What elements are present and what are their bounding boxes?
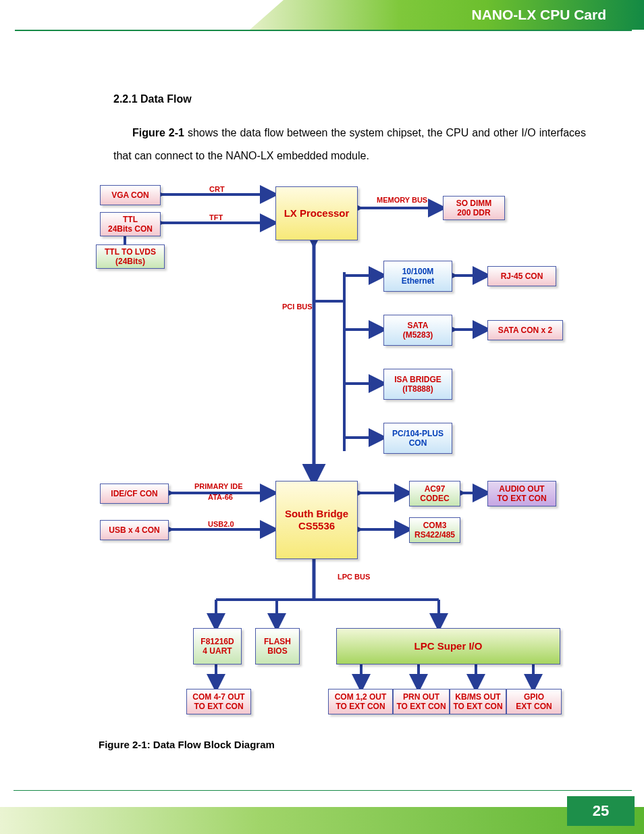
page: NANO-LX CPU Card 2.2.1 Data Flow Figure … (0, 0, 644, 834)
body-text: 2.2.1 Data Flow Figure 2-1 shows the dat… (113, 93, 586, 167)
label-primary-ide: PRIMARY IDE (194, 482, 243, 490)
label-ata66: ATA-66 (208, 493, 233, 501)
label-pci-bus: PCI BUS (282, 303, 313, 311)
block-rj45-con: RJ-45 CON (487, 266, 556, 286)
page-header: NANO-LX CPU Card (0, 0, 644, 30)
label-usb20: USB2.0 (208, 520, 234, 528)
header-title: NANO-LX CPU Card (471, 7, 606, 23)
block-diagram: CRT TFT MEMORY BUS PCI BUS PRIMARY IDE A… (88, 181, 576, 732)
paragraph-rest: shows the data flow between the system c… (113, 127, 586, 161)
footer-rule (14, 790, 632, 791)
figure-ref: Figure 2-1 (132, 127, 184, 138)
label-crt: CRT (209, 185, 225, 193)
block-so-dimm: SO DIMM200 DDR (443, 196, 505, 220)
block-com1-2-out: COM 1,2 OUTTO EXT CON (328, 689, 393, 714)
label-lpc-bus: LPC BUS (338, 573, 370, 581)
block-kb-ms-out: KB/MS OUTTO EXT CON (450, 689, 506, 714)
label-tft: TFT (209, 213, 223, 221)
block-com4-7-out: COM 4-7 OUTTO EXT CON (186, 689, 251, 714)
label-memory-bus: MEMORY BUS (377, 196, 427, 204)
block-ac97-codec: AC97CODEC (409, 481, 460, 506)
block-pc104-plus-con: PC/104-PLUSCON (383, 423, 452, 454)
block-ide-cf-con: IDE/CF CON (100, 484, 169, 504)
block-south-bridge: South BridgeCS5536 (275, 481, 358, 559)
footer-gradient (0, 807, 644, 834)
block-audio-out: AUDIO OUTTO EXT CON (487, 481, 556, 506)
block-sata: SATA(M5283) (383, 315, 452, 346)
block-lpc-super-io: LPC Super I/O (336, 628, 560, 664)
block-com3: COM3RS422/485 (409, 517, 460, 543)
block-gpio-ext-con: GPIOEXT CON (506, 689, 562, 714)
header-rule (15, 30, 632, 31)
block-prn-out: PRN OUTTO EXT CON (393, 689, 450, 714)
paragraph: Figure 2-1 shows the data flow between t… (113, 122, 586, 167)
block-sata-con: SATA CON x 2 (487, 320, 563, 340)
section-heading: 2.2.1 Data Flow (113, 93, 586, 105)
block-f81216d-uart: F81216D4 UART (193, 628, 242, 664)
block-lx-processor: LX Processor (275, 186, 358, 240)
block-usb-x4-con: USB x 4 CON (100, 520, 169, 540)
header-triangle (250, 0, 284, 30)
block-flash-bios: FLASHBIOS (255, 628, 300, 664)
block-isa-bridge: ISA BRIDGE(IT8888) (383, 369, 452, 400)
block-ethernet: 10/100MEthernet (383, 261, 452, 292)
block-ttl-24bits-con: TTL24Bits CON (100, 212, 161, 236)
figure-caption: Figure 2-1: Data Flow Block Diagram (99, 739, 275, 750)
block-ttl-to-lvds: TTL TO LVDS(24Bits) (96, 244, 165, 269)
page-number: 25 (567, 796, 635, 826)
block-vga-con: VGA CON (100, 185, 161, 205)
